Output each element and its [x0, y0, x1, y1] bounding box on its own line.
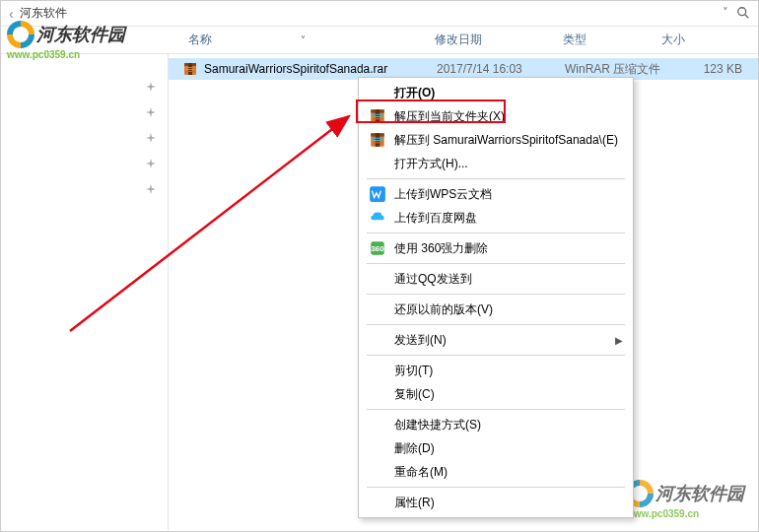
menu-copy[interactable]: 复制(C)	[361, 382, 631, 406]
svg-rect-7	[185, 71, 195, 72]
menu-separator	[367, 324, 625, 325]
svg-point-0	[738, 7, 746, 15]
menu-create-shortcut[interactable]: 创建快捷方式(S)	[361, 413, 631, 436]
watermark-logo: 河东软件园 www.pc0359.cn	[626, 480, 744, 519]
menu-cut[interactable]: 剪切(T)	[361, 359, 631, 382]
menu-separator	[367, 263, 625, 264]
menu-rename[interactable]: 重命名(M)	[361, 460, 631, 484]
window-title: 河东软件	[20, 5, 717, 22]
column-type-header[interactable]: 类型	[553, 32, 652, 48]
column-size-header[interactable]: 大小	[652, 32, 750, 48]
column-name-header[interactable]: 名称 ˅	[169, 32, 425, 48]
svg-rect-5	[185, 67, 195, 68]
search-icon[interactable]	[736, 6, 750, 22]
svg-rect-17	[372, 138, 382, 139]
dropdown-icon[interactable]: ˅	[723, 6, 728, 22]
rar-file-icon	[182, 61, 198, 77]
menu-360-delete[interactable]: 360 使用 360强力删除	[361, 236, 631, 260]
menu-properties[interactable]: 属性(R)	[361, 491, 631, 514]
baidu-cloud-icon	[369, 209, 386, 227]
svg-line-1	[745, 14, 749, 18]
column-date-header[interactable]: 修改日期	[425, 32, 553, 48]
menu-delete[interactable]: 删除(D)	[361, 436, 631, 460]
file-date: 2017/7/14 16:03	[437, 62, 565, 76]
menu-extract-here[interactable]: 解压到当前文件夹(X)	[361, 104, 631, 128]
file-size: 123 KB	[673, 62, 752, 76]
rar-icon	[369, 131, 386, 149]
quick-access-sidebar	[1, 54, 169, 531]
svg-text:360: 360	[371, 244, 384, 253]
wps-icon	[369, 185, 386, 203]
back-icon[interactable]: ‹	[9, 6, 14, 22]
logo-icon	[7, 21, 34, 48]
menu-send-to[interactable]: 发送到(N) ▶	[361, 328, 631, 352]
menu-separator	[367, 233, 625, 233]
menu-upload-wps[interactable]: 上传到WPS云文档	[361, 182, 631, 206]
pin-item[interactable]	[1, 151, 168, 176]
context-menu: 打开(O) 解压到当前文件夹(X) 解压到 SamuraiWarriorsSpi…	[358, 77, 634, 518]
logo-text: 河东软件园	[36, 26, 125, 43]
svg-rect-11	[372, 114, 382, 115]
rar-icon	[369, 107, 386, 125]
menu-extract-to[interactable]: 解压到 SamuraiWarriorsSpiritofSanada\(E)	[361, 128, 631, 152]
file-name: SamuraiWarriorsSpiritofSanada.rar	[204, 62, 437, 76]
menu-separator	[367, 178, 625, 179]
svg-rect-6	[185, 69, 195, 70]
menu-qq-send[interactable]: 通过QQ发送到	[361, 267, 631, 291]
menu-restore-versions[interactable]: 还原以前的版本(V)	[361, 298, 631, 321]
svg-rect-18	[372, 140, 382, 141]
svg-rect-13	[372, 118, 382, 119]
svg-rect-12	[372, 116, 382, 117]
pin-item[interactable]	[1, 100, 168, 125]
sort-indicator-icon: ˅	[301, 34, 306, 45]
360-icon: 360	[369, 239, 386, 257]
columns-header: 河东软件园 www.pc0359.cn 名称 ˅ 修改日期 类型 大小	[1, 27, 758, 54]
menu-separator	[367, 355, 625, 356]
pin-item[interactable]	[1, 74, 168, 100]
menu-open-with[interactable]: 打开方式(H)...	[361, 152, 631, 175]
menu-upload-baidu[interactable]: 上传到百度网盘	[361, 206, 631, 230]
menu-open[interactable]: 打开(O)	[361, 81, 631, 104]
file-type: WinRAR 压缩文件	[565, 61, 673, 78]
menu-separator	[367, 409, 625, 410]
menu-separator	[367, 487, 625, 488]
svg-rect-19	[372, 142, 382, 143]
pin-item[interactable]	[1, 125, 168, 151]
pin-item[interactable]	[1, 176, 168, 202]
submenu-arrow-icon: ▶	[615, 335, 623, 346]
menu-separator	[367, 294, 625, 295]
